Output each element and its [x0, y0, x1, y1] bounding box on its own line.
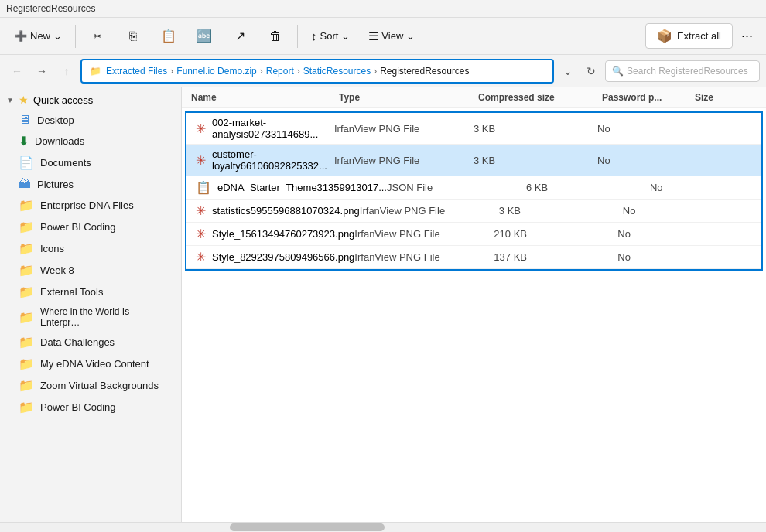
- sidebar-label-external: External Tools: [40, 286, 103, 298]
- file-password-5: No: [617, 228, 710, 240]
- file-row[interactable]: 📋 eDNA_Starter_Theme31359913017... JSON …: [186, 176, 761, 200]
- sidebar-label-witw: Where in the World Is Enterpr…: [40, 306, 160, 328]
- back-button[interactable]: ←: [6, 60, 28, 82]
- sidebar-item-witw[interactable]: 📁 Where in the World Is Enterpr… 📌: [3, 303, 178, 331]
- delete-button[interactable]: 🗑: [258, 26, 292, 47]
- toolbar: ➕ New ⌄ ✂ ⎘ 📋 🔤 ↗ 🗑 ↕ Sort ⌄ ☰ View ⌄ 📦 …: [0, 18, 766, 55]
- icons-icon: 📁: [19, 241, 34, 256]
- quick-access-header[interactable]: ▼ ★ Quick access: [0, 90, 181, 109]
- new-button[interactable]: ➕ New ⌄: [6, 26, 70, 46]
- file-row[interactable]: ✳ 002-market-analysis02733114689... Irfa…: [186, 113, 761, 145]
- title-bar-text: RegisteredResources: [6, 3, 95, 14]
- toolbar-separator-2: [297, 25, 298, 48]
- external-icon: 📁: [19, 285, 34, 299]
- week8-icon: 📁: [19, 263, 34, 278]
- sidebar-item-powerbi2[interactable]: 📁 Power BI Coding 📌: [3, 397, 178, 418]
- file-type-6: IrfanView PNG File: [354, 251, 494, 263]
- rename-icon: 🔤: [197, 29, 212, 43]
- toolbar-separator-1: [75, 25, 76, 48]
- sidebar-item-external[interactable]: 📁 External Tools 📌: [3, 281, 178, 302]
- share-button[interactable]: ↗: [223, 25, 257, 47]
- up-button[interactable]: ↑: [56, 60, 77, 82]
- sidebar-item-zoom[interactable]: 📁 Zoom Virtual Backgrounds 📌: [3, 375, 178, 396]
- sidebar-label-video: My eDNA Video Content: [40, 358, 149, 370]
- refresh-button[interactable]: ↻: [580, 60, 602, 82]
- delete-icon: 🗑: [269, 29, 282, 43]
- file-list-header: Name Type Compressed size Password p... …: [182, 87, 766, 108]
- extract-all-button[interactable]: 📦 Extract all: [645, 23, 733, 49]
- address-actions: ⌄ ↻: [557, 60, 602, 82]
- col-type: Type: [339, 92, 478, 103]
- copy-button[interactable]: ⎘: [116, 26, 150, 47]
- sidebar-item-video[interactable]: 📁 My eDNA Video Content 📌: [3, 353, 178, 374]
- dropdown-button[interactable]: ⌄: [557, 60, 579, 82]
- sidebar-item-powerbi1[interactable]: 📁 Power BI Coding 📌: [3, 217, 178, 237]
- scrollbar[interactable]: [0, 522, 766, 532]
- sidebar-label-downloads: Downloads: [35, 135, 84, 147]
- sidebar-item-desktop[interactable]: 🖥 Desktop 📌: [3, 110, 178, 130]
- file-password-6: No: [617, 251, 710, 263]
- powerbi-icon: 📁: [19, 220, 34, 234]
- sidebar-label-icons: Icons: [40, 243, 64, 254]
- file-compressed-1: 3 KB: [474, 123, 597, 135]
- share-icon: ↗: [235, 29, 245, 43]
- file-row[interactable]: ✳ statistics5955596881070324.png IrfanVi…: [186, 200, 761, 223]
- file-row[interactable]: ✳ Style_15613494760273923.png IrfanView …: [186, 223, 761, 246]
- sidebar-label-powerbi2: Power BI Coding: [40, 401, 116, 413]
- file-row[interactable]: ✳ customer-loyalty66106092825332... Irfa…: [186, 145, 761, 176]
- datachallenge-icon: 📁: [19, 335, 34, 350]
- file-compressed-6: 137 KB: [494, 251, 617, 263]
- new-chevron: ⌄: [53, 30, 62, 42]
- view-button[interactable]: ☰ View ⌄: [360, 24, 423, 49]
- quick-access-chevron: ▼: [6, 96, 14, 104]
- pictures-icon: 🏔: [19, 177, 31, 191]
- file-icon-5: ✳: [196, 227, 206, 241]
- sidebar-label-edna: Enterprise DNA Files: [40, 200, 134, 211]
- sidebar-item-documents[interactable]: 📄 Documents 📌: [3, 152, 178, 173]
- extract-icon: 📦: [657, 29, 672, 43]
- scroll-thumb[interactable]: [230, 523, 385, 531]
- downloads-icon: ⬇: [19, 134, 29, 148]
- file-icon-3: 📋: [196, 180, 211, 195]
- col-compressed: Compressed size: [478, 92, 602, 103]
- search-box[interactable]: 🔍 Search RegisteredResources: [605, 60, 760, 82]
- sidebar-item-datachallenge[interactable]: 📁 Data Challenges 📌: [3, 332, 178, 353]
- sidebar-item-pictures[interactable]: 🏔 Pictures 📌: [3, 174, 178, 194]
- breadcrumb-zip[interactable]: Funnel.io Demo.zip: [176, 66, 256, 77]
- breadcrumb-static[interactable]: StaticResources: [303, 66, 371, 77]
- search-icon: 🔍: [612, 66, 624, 77]
- forward-button[interactable]: →: [31, 60, 53, 82]
- sort-chevron: ⌄: [341, 30, 350, 42]
- file-name-3: eDNA_Starter_Theme31359913017...: [217, 182, 387, 193]
- address-bar: ← → ↑ 📁 Extracted Files › Funnel.io Demo…: [0, 55, 766, 87]
- sidebar-item-week8[interactable]: 📁 Week 8 📌: [3, 260, 178, 281]
- file-row[interactable]: ✳ Style_82923975809496566.png IrfanView …: [186, 246, 761, 269]
- file-icon-4: ✳: [196, 203, 206, 218]
- file-type-3: JSON File: [387, 182, 526, 193]
- sidebar-item-downloads[interactable]: ⬇ Downloads 📌: [3, 131, 178, 152]
- view-chevron: ⌄: [406, 30, 415, 42]
- sort-button[interactable]: ↕ Sort ⌄: [303, 24, 358, 48]
- rename-button[interactable]: 🔤: [187, 25, 221, 47]
- zoom-icon: 📁: [19, 378, 34, 393]
- quick-access-label: Quick access: [33, 94, 93, 106]
- file-compressed-5: 210 KB: [494, 228, 617, 240]
- file-list-container: Name Type Compressed size Password p... …: [182, 87, 766, 522]
- breadcrumb-registered[interactable]: RegisteredResources: [380, 66, 469, 77]
- video-icon: 📁: [19, 356, 34, 371]
- file-compressed-3: 6 KB: [526, 182, 650, 193]
- sidebar-label-week8: Week 8: [40, 264, 74, 276]
- breadcrumb-report[interactable]: Report: [266, 66, 294, 77]
- sidebar-item-edna[interactable]: 📁 Enterprise DNA Files 📌: [3, 195, 178, 216]
- file-name-4: statistics5955596881070324.png: [212, 205, 360, 217]
- more-button[interactable]: ···: [734, 24, 760, 48]
- quick-access-star: ★: [19, 94, 29, 106]
- sidebar-item-icons[interactable]: 📁 Icons 📌: [3, 238, 178, 259]
- cut-button[interactable]: ✂: [80, 27, 115, 46]
- file-type-5: IrfanView PNG File: [354, 228, 494, 240]
- breadcrumb-bar[interactable]: 📁 Extracted Files › Funnel.io Demo.zip ›…: [80, 59, 554, 84]
- new-icon: ➕: [15, 30, 27, 42]
- file-name-6: Style_82923975809496566.png: [212, 251, 354, 263]
- breadcrumb-extracted[interactable]: Extracted Files: [106, 66, 167, 77]
- paste-button[interactable]: 📋: [152, 25, 186, 47]
